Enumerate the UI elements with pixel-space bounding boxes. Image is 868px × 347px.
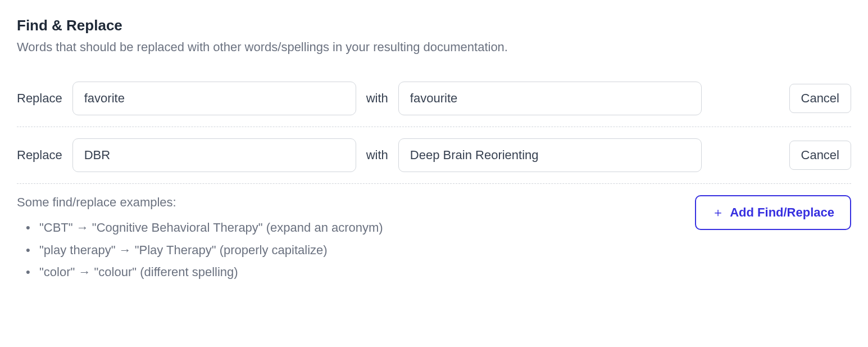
add-button-label: Add Find/Replace [730, 205, 834, 220]
panel-title: Find & Replace [17, 17, 851, 34]
find-replace-panel: Find & Replace Words that should be repl… [17, 17, 851, 283]
list-item: "CBT" → "Cognitive Behavioral Therapy" (… [39, 217, 383, 239]
list-item: "play therapy" → "Play Therapy" (properl… [39, 239, 383, 262]
panel-subtitle: Words that should be replaced with other… [17, 40, 851, 55]
examples-block: Some find/replace examples: "CBT" → "Cog… [17, 195, 383, 283]
replace-input[interactable] [398, 82, 702, 115]
with-label: with [366, 148, 388, 163]
examples-list: "CBT" → "Cognitive Behavioral Therapy" (… [17, 217, 383, 283]
add-find-replace-button[interactable]: ＋ Add Find/Replace [695, 195, 851, 230]
replace-label: Replace [17, 91, 62, 106]
replace-label: Replace [17, 148, 62, 163]
list-item: "color" → "colour" (different spelling) [39, 261, 383, 283]
plus-icon: ＋ [712, 206, 724, 219]
replace-row: Replace with Cancel [17, 70, 851, 127]
cancel-button[interactable]: Cancel [789, 84, 851, 113]
with-label: with [366, 91, 388, 106]
bottom-section: Some find/replace examples: "CBT" → "Cog… [17, 184, 851, 283]
replace-row: Replace with Cancel [17, 127, 851, 184]
find-input[interactable] [72, 138, 356, 172]
cancel-button[interactable]: Cancel [789, 141, 851, 170]
find-input[interactable] [72, 82, 356, 115]
replace-input[interactable] [398, 138, 702, 172]
examples-title: Some find/replace examples: [17, 195, 383, 210]
